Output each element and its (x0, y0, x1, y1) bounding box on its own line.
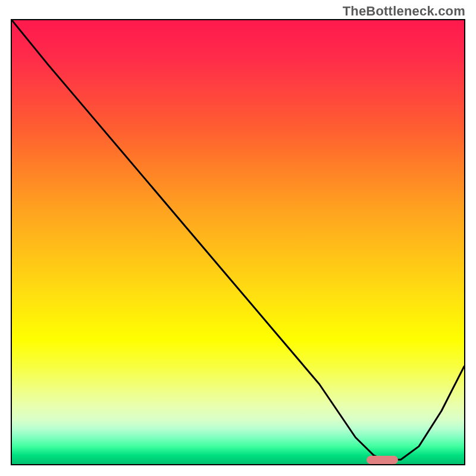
chart-container: TheBottleneck.com (0, 0, 476, 476)
bottleneck-line (12, 20, 464, 464)
plot-area (11, 19, 465, 465)
watermark-text: TheBottleneck.com (343, 4, 465, 19)
optimal-range-marker (367, 456, 398, 464)
